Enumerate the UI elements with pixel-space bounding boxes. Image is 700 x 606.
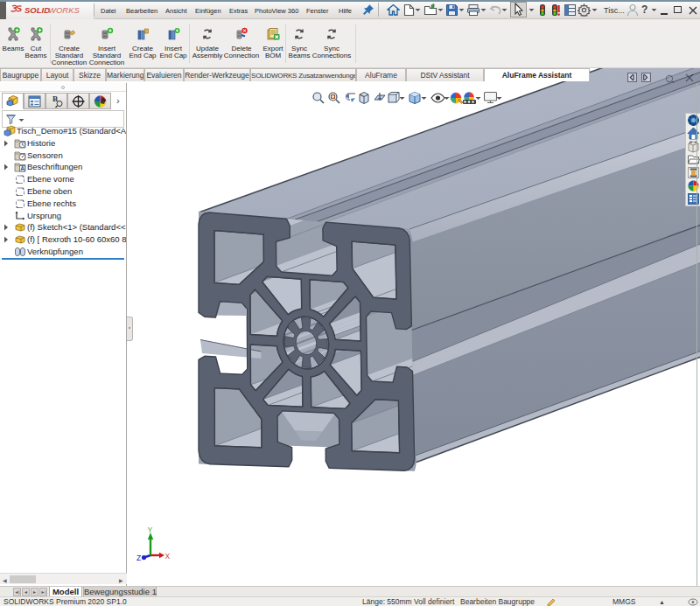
svg-text:SOLID: SOLID: [24, 5, 50, 15]
svg-text:A: A: [20, 165, 24, 171]
svg-text:Z: Z: [136, 554, 141, 562]
svg-text:X: X: [165, 552, 171, 561]
svg-text:Y: Y: [148, 526, 153, 534]
svg-text:WORKS: WORKS: [48, 5, 80, 15]
